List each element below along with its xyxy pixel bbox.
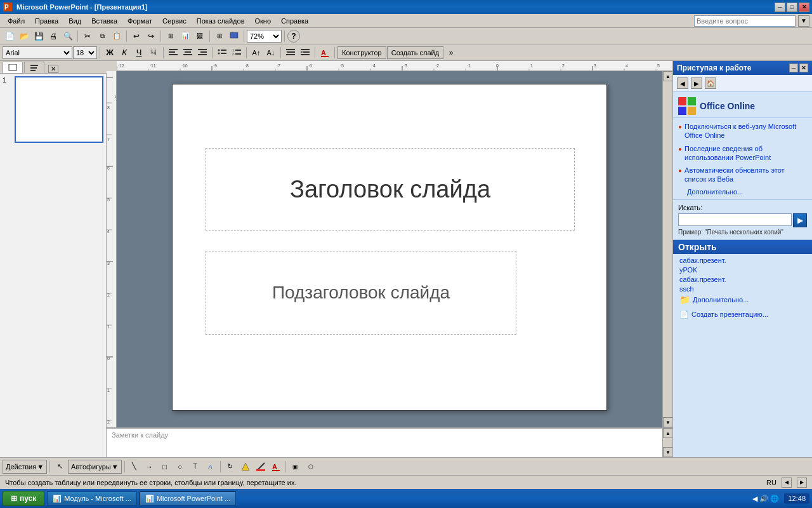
menu-insert[interactable]: Вставка (86, 16, 122, 26)
create-slide-button[interactable]: Создать слайд (387, 46, 443, 59)
link-news[interactable]: ● Последние сведения об использовании Po… (678, 144, 807, 163)
close-button[interactable]: ✕ (799, 3, 809, 12)
tb-preview[interactable]: 🔍 (61, 29, 75, 43)
menu-view[interactable]: Вид (63, 16, 86, 26)
status-nav-left[interactable]: ◀ (782, 478, 792, 488)
slide-thumbnail[interactable] (15, 76, 103, 143)
italic-button[interactable]: К (117, 46, 131, 60)
bullets-button[interactable] (215, 46, 229, 60)
menu-edit[interactable]: Правка (30, 16, 63, 26)
strikethrough-button[interactable]: Ч (147, 46, 160, 60)
panel-nav-forward[interactable]: ▶ (691, 77, 702, 89)
tb-insert-picture[interactable]: 🖼 (193, 29, 207, 43)
decrease-font-button[interactable]: A↓ (264, 46, 278, 60)
menu-help[interactable]: Справка (276, 16, 313, 26)
maximize-button[interactable]: □ (787, 3, 797, 12)
tb-redo[interactable]: ↪ (144, 29, 158, 43)
draw-font-color-btn[interactable]: A (269, 460, 283, 474)
draw-fill-color-btn[interactable] (239, 460, 252, 474)
tb-color[interactable] (227, 29, 241, 43)
panel-nav-home[interactable]: 🏠 (705, 77, 716, 89)
increase-font-button[interactable]: A↑ (249, 46, 263, 60)
zoom-select[interactable]: 72% 50% 100% (247, 30, 282, 43)
scroll-up-button[interactable]: ▲ (663, 71, 672, 81)
taskbar-item-powerpoint[interactable]: 📊 Microsoft PowerPoint ... (140, 491, 236, 505)
align-center-button[interactable] (181, 46, 195, 60)
tb-open[interactable]: 📂 (17, 29, 31, 43)
tb-help[interactable]: ? (287, 30, 300, 43)
toolbar-options[interactable]: » (444, 46, 458, 60)
draw-rect-btn[interactable]: □ (158, 460, 172, 474)
help-search-input[interactable] (694, 15, 796, 27)
font-size-select[interactable]: 18 (73, 46, 97, 59)
tb-print[interactable]: 🖨 (46, 29, 60, 43)
open-file-4[interactable]: ssch (679, 285, 806, 293)
open-more-folder[interactable]: 📁 Дополнительно... (679, 295, 806, 305)
align-left-button[interactable] (166, 46, 180, 60)
tb-paste[interactable]: 📋 (110, 29, 124, 43)
create-presentation[interactable]: 📄 Создать презентацию... (673, 307, 812, 321)
taskbar-item-module[interactable]: 📊 Модуль - Microsoft ... (47, 491, 137, 505)
notes-scroll-up[interactable]: ▲ (663, 428, 672, 438)
notes-area[interactable]: Заметки к слайду (107, 428, 662, 457)
panel-close[interactable]: ✕ (48, 65, 58, 73)
panel-nav-back[interactable]: ◀ (677, 77, 688, 89)
status-nav-right[interactable]: ▶ (797, 478, 807, 488)
draw-3d-btn[interactable]: ⬡ (304, 460, 318, 474)
slide-title-placeholder[interactable]: Заголовок слайда (206, 148, 575, 231)
numbering-button[interactable]: 1.2. (230, 46, 244, 60)
notes-scroll-down[interactable]: ▼ (663, 447, 672, 457)
tb-insert-table[interactable]: ⊞ (164, 29, 178, 43)
start-button[interactable]: ⊞ пуск (3, 491, 44, 506)
link-auto-update[interactable]: ● Автоматически обновлять этот список из… (678, 166, 807, 184)
link-connect[interactable]: ● Подключиться к веб-узлу Microsoft Offi… (678, 122, 807, 140)
draw-rotate-btn[interactable]: ↻ (223, 460, 237, 474)
draw-line-btn[interactable]: ╲ (128, 460, 141, 474)
actions-dropdown[interactable]: Действия ▼ (3, 460, 47, 474)
tb-new[interactable]: 📄 (3, 29, 16, 43)
autoshapes-dropdown[interactable]: Автофигуры ▼ (68, 460, 121, 474)
minimize-button[interactable]: ─ (775, 3, 785, 12)
menu-slideshow[interactable]: Показ слайдов (192, 16, 250, 26)
draw-arrow-btn[interactable]: → (143, 460, 157, 474)
tab-outline[interactable] (24, 62, 44, 73)
draw-ellipse-btn[interactable]: ○ (173, 460, 187, 474)
tb-undo[interactable]: ↩ (129, 29, 143, 43)
tb-insert-chart[interactable]: 📊 (178, 29, 192, 43)
tb-save[interactable]: 💾 (32, 29, 46, 43)
tab-slides[interactable] (3, 62, 23, 73)
open-file-1[interactable]: сабак.презент. (679, 257, 806, 264)
tb-copy[interactable]: ⧉ (95, 29, 109, 43)
draw-cursor-btn[interactable]: ↖ (53, 460, 67, 474)
panel-search-input[interactable] (678, 213, 792, 226)
font-color-button[interactable]: A (318, 46, 332, 60)
open-file-3[interactable]: сабак.презент. (679, 276, 806, 283)
bold-button[interactable]: Ж (103, 46, 117, 60)
tb-grid[interactable]: ⊞ (213, 29, 226, 43)
help-search-arrow[interactable]: ▼ (798, 15, 809, 27)
align-right-button[interactable] (195, 46, 209, 60)
indent-decrease-button[interactable] (298, 46, 312, 60)
panel-minimize-btn[interactable]: ─ (789, 64, 798, 72)
open-file-2[interactable]: уРОК (679, 266, 806, 274)
design-button[interactable]: Конструктор (337, 46, 386, 59)
menu-format[interactable]: Формат (122, 16, 157, 26)
link-more[interactable]: Дополнительно... (687, 188, 807, 196)
draw-wordart-btn[interactable]: A (204, 460, 218, 474)
draw-shadow-btn[interactable]: ▣ (289, 460, 303, 474)
slide-canvas[interactable]: Заголовок слайда Подзаголовок слайда (172, 84, 607, 411)
underline-button[interactable]: Ч (132, 46, 146, 60)
tb-cut[interactable]: ✂ (81, 29, 95, 43)
slide-subtitle-placeholder[interactable]: Подзаголовок слайда (206, 251, 516, 335)
menu-file[interactable]: Файл (3, 16, 30, 26)
draw-textbox-btn[interactable]: T (188, 460, 202, 474)
scroll-down-button[interactable]: ▼ (663, 417, 672, 427)
menu-window[interactable]: Окно (250, 16, 277, 26)
menu-tools[interactable]: Сервис (157, 16, 192, 26)
panel-search-go[interactable]: ▶ (793, 213, 807, 227)
font-select[interactable]: Arial (3, 46, 72, 59)
slide-canvas-scroll[interactable]: Заголовок слайда Подзаголовок слайда (117, 71, 662, 427)
indent-increase-button[interactable] (284, 46, 298, 60)
draw-line-color-btn[interactable] (254, 460, 268, 474)
panel-close-btn[interactable]: ✕ (799, 64, 808, 72)
